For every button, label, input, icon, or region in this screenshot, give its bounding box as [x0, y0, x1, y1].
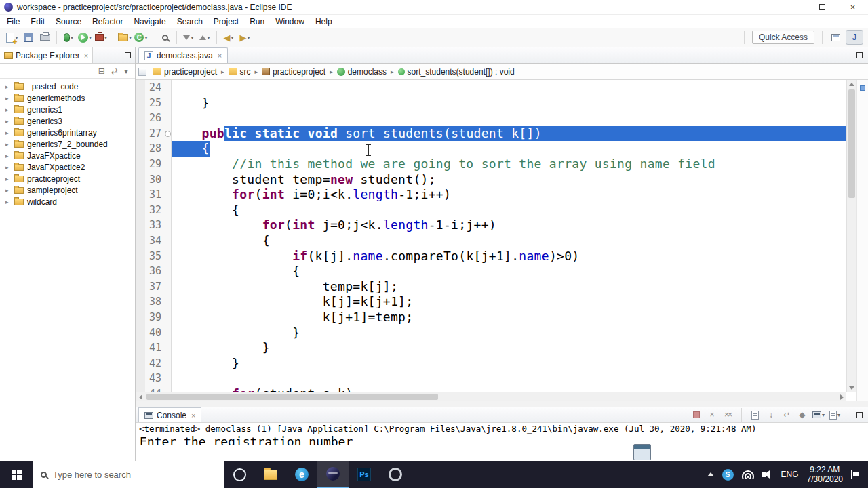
debug-button[interactable]: ▾	[61, 29, 76, 45]
collapse-marker-icon[interactable]	[165, 131, 171, 137]
search-button[interactable]	[157, 29, 172, 45]
close-view-icon[interactable]: ×	[84, 52, 88, 60]
line-number[interactable]: 27	[145, 126, 164, 142]
tree-item-generics6printarray[interactable]: ▸generics6printarray	[0, 127, 135, 138]
line-number[interactable]: 37	[145, 279, 164, 295]
line-number[interactable]: 36	[145, 264, 164, 279]
line-number[interactable]: 28	[145, 141, 164, 157]
code-content[interactable]: {	[172, 233, 846, 249]
minimize-view-icon[interactable]	[113, 58, 119, 58]
scroll-left-arrow[interactable]	[136, 392, 145, 401]
tree-item-_pasted_code_[interactable]: ▸_pasted_code_	[0, 81, 135, 92]
menu-help[interactable]: Help	[310, 16, 338, 28]
skype-tray-icon[interactable]: S	[722, 469, 734, 481]
tree-item-genericmethods[interactable]: ▸genericmethods	[0, 92, 135, 104]
breadcrumb-item[interactable]: practiceproject	[260, 66, 328, 77]
close-tab-icon[interactable]: ×	[218, 52, 222, 60]
code-content[interactable]: }	[172, 356, 846, 371]
overview-ruler[interactable]	[856, 80, 868, 407]
run-button[interactable]: ▾	[77, 29, 92, 45]
photoshop-button[interactable]: Ps	[349, 461, 380, 488]
quick-access-button[interactable]: Quick Access	[752, 30, 814, 44]
eclipse-taskbar-button[interactable]	[317, 461, 349, 488]
new-wizard-button[interactable]: ▾	[5, 29, 20, 45]
line-number[interactable]: 40	[145, 325, 164, 341]
fold-gutter[interactable]	[164, 203, 172, 218]
fold-gutter[interactable]	[164, 141, 172, 157]
code-content[interactable]: for(int j=0;j<k.length-1-i;j++)	[172, 218, 846, 233]
tree-item-generics7_2_bounded[interactable]: ▸generics7_2_bounded	[0, 138, 135, 150]
edge-browser-button[interactable]: e	[286, 461, 317, 488]
language-indicator[interactable]: ENG	[781, 470, 799, 479]
expand-chevron-icon[interactable]: ▸	[5, 118, 11, 125]
maximize-view-icon[interactable]	[125, 52, 131, 58]
menu-search[interactable]: Search	[172, 16, 208, 28]
fold-gutter[interactable]	[164, 386, 172, 392]
code-content[interactable]: }	[172, 96, 846, 111]
toggle-breadcrumb-icon[interactable]	[138, 68, 146, 76]
back-button[interactable]: ◀▾	[221, 29, 236, 45]
fold-gutter[interactable]	[164, 340, 172, 356]
next-annotation-button[interactable]: ▾	[181, 29, 196, 45]
code-content[interactable]: for(student s:k)	[172, 386, 846, 392]
pin-console-button[interactable]: ◆	[797, 409, 808, 421]
tree-item-wildcard[interactable]: ▸wildcard	[0, 196, 135, 207]
hidden-icons-chevron[interactable]	[707, 472, 714, 476]
breadcrumb-item[interactable]: democlass	[335, 66, 389, 77]
breadcrumb-item[interactable]: src	[226, 66, 253, 77]
code-content[interactable]: student temp=new student();	[172, 172, 846, 188]
remove-launch-button[interactable]: ×	[707, 409, 717, 421]
maximize-console-icon[interactable]	[856, 412, 863, 418]
scroll-up-arrow[interactable]	[847, 80, 856, 88]
line-number[interactable]: 34	[145, 233, 164, 249]
menu-navigate[interactable]: Navigate	[128, 16, 171, 28]
code-content[interactable]: temp=k[j];	[172, 279, 846, 295]
expand-chevron-icon[interactable]: ▸	[5, 129, 11, 136]
fold-gutter[interactable]	[164, 294, 172, 310]
word-wrap-button[interactable]: ↵	[781, 409, 792, 421]
code-content[interactable]: {	[172, 141, 846, 157]
fold-gutter[interactable]	[164, 249, 172, 264]
collapse-all-button[interactable]: ⊟	[98, 66, 105, 76]
minimize-button[interactable]	[776, 0, 807, 14]
taskbar-search-input[interactable]: Type here to search	[33, 461, 224, 488]
code-content[interactable]: for(int i=0;i<k.length-1;i++)	[172, 187, 846, 203]
link-with-editor-button[interactable]: ⇄	[111, 66, 118, 76]
display-selected-console-button[interactable]: ▾	[812, 409, 825, 421]
code-content[interactable]: {	[172, 203, 846, 218]
code-content[interactable]: }	[172, 340, 846, 356]
code-content[interactable]: {	[172, 264, 846, 279]
line-number[interactable]: 25	[145, 96, 164, 111]
tree-item-practiceproject[interactable]: ▸practiceproject	[0, 173, 135, 184]
horizontal-scroll-thumb[interactable]	[146, 394, 438, 400]
new-class-button[interactable]: C▾	[134, 29, 149, 45]
print-button[interactable]	[37, 29, 52, 45]
code-content[interactable]: }	[172, 325, 846, 341]
fold-gutter[interactable]	[164, 279, 172, 295]
fold-gutter[interactable]	[164, 356, 172, 371]
line-number[interactable]: 35	[145, 249, 164, 264]
fold-gutter[interactable]	[164, 218, 172, 233]
save-button[interactable]	[21, 29, 36, 45]
action-center-icon[interactable]	[851, 470, 861, 479]
close-button[interactable]: ×	[837, 0, 868, 14]
scroll-right-arrow[interactable]	[837, 392, 846, 401]
line-number[interactable]: 24	[145, 80, 164, 96]
menu-file[interactable]: File	[1, 16, 25, 28]
view-menu-button[interactable]: ▾	[124, 66, 128, 76]
expand-chevron-icon[interactable]: ▸	[5, 95, 11, 102]
fold-gutter[interactable]	[164, 325, 172, 341]
taskbar-clock[interactable]: 9:22 AM 7/30/2020	[807, 465, 843, 484]
fold-gutter[interactable]	[164, 126, 172, 142]
menu-edit[interactable]: Edit	[25, 16, 50, 28]
line-number[interactable]: 29	[145, 157, 164, 172]
line-number[interactable]: 33	[145, 218, 164, 233]
line-number[interactable]: 31	[145, 187, 164, 203]
minimize-console-icon[interactable]	[845, 418, 852, 418]
expand-chevron-icon[interactable]: ▸	[5, 141, 11, 148]
vertical-scrollbar[interactable]	[846, 80, 856, 392]
package-explorer-tab[interactable]: Package Explorer ×	[0, 47, 93, 63]
browser-app-button[interactable]	[380, 461, 411, 488]
code-content[interactable]	[172, 110, 846, 126]
fold-gutter[interactable]	[164, 264, 172, 279]
